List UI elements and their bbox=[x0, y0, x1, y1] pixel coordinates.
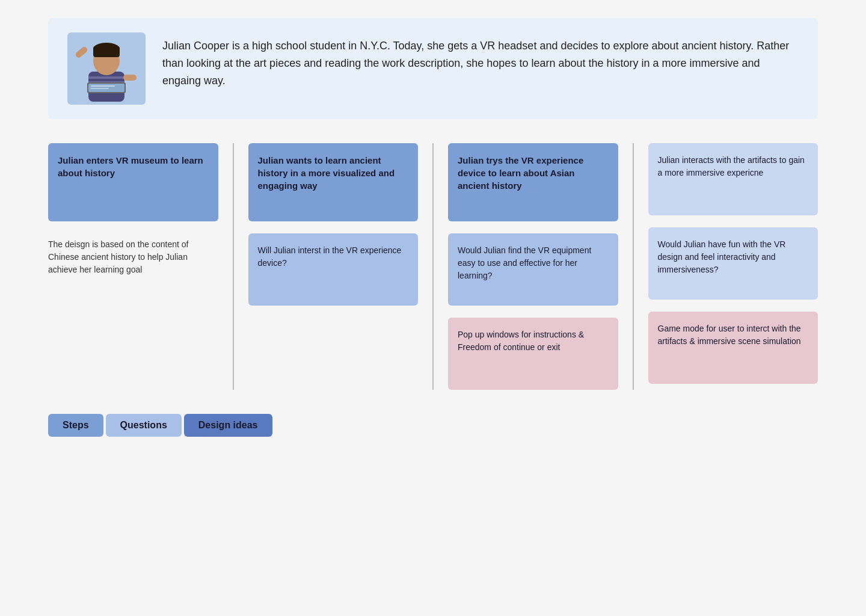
svg-rect-15 bbox=[91, 88, 109, 89]
question-card-4: Would Julian have fun with the VR design… bbox=[648, 227, 818, 300]
column-4: Julian interacts with the artifacts to g… bbox=[636, 143, 818, 390]
svg-rect-10 bbox=[123, 75, 137, 81]
design-spacer-2 bbox=[248, 318, 419, 390]
column-3: Julian trys the VR experience device to … bbox=[436, 143, 630, 390]
svg-rect-14 bbox=[91, 85, 115, 87]
step-card-1: Julian enters VR museum to learn about h… bbox=[48, 143, 218, 221]
tab-steps[interactable]: Steps bbox=[48, 414, 103, 437]
svg-rect-2 bbox=[88, 76, 124, 79]
question-card-3: Would Julian find the VR equipment easy … bbox=[448, 233, 618, 306]
divider-3 bbox=[633, 143, 634, 390]
question-card-2: Will Julian interst in the VR experience… bbox=[248, 233, 419, 306]
step-card-2: Julian wants to learn ancient history in… bbox=[248, 143, 419, 221]
column-2: Julian wants to learn ancient history in… bbox=[236, 143, 431, 390]
tab-questions[interactable]: Questions bbox=[106, 414, 182, 437]
divider-1 bbox=[233, 143, 234, 390]
step-card-3: Julian trys the VR experience device to … bbox=[448, 143, 618, 221]
avatar bbox=[67, 32, 146, 105]
svg-rect-8 bbox=[93, 46, 120, 57]
column-1: Julian enters VR museum to learn about h… bbox=[48, 143, 230, 390]
header-description: Julian Cooper is a high school student i… bbox=[162, 32, 799, 89]
main-grid: Julian enters VR museum to learn about h… bbox=[48, 143, 818, 390]
step-card-4: Julian interacts with the artifacts to g… bbox=[648, 143, 818, 215]
footer-tabs: Steps Questions Design ideas bbox=[48, 414, 818, 437]
design-spacer-1 bbox=[48, 318, 218, 390]
design-card-4: Game mode for user to interct with the a… bbox=[648, 312, 818, 384]
tab-design-ideas[interactable]: Design ideas bbox=[184, 414, 272, 437]
question-card-1: The deisgn is based on the content of Ch… bbox=[48, 233, 218, 306]
design-card-3: Pop up windows for instructions & Freedo… bbox=[448, 318, 618, 390]
header-card: Julian Cooper is a high school student i… bbox=[48, 18, 818, 119]
divider-2 bbox=[432, 143, 434, 390]
